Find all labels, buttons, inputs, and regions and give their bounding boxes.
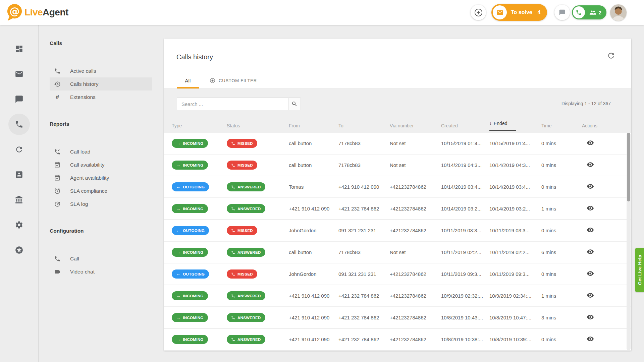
search-input[interactable] — [177, 98, 288, 110]
tab-custom-filter[interactable]: CUSTOM FILTER — [210, 72, 257, 88]
status-cell: ANSWERED — [227, 204, 289, 213]
view-call-button[interactable] — [587, 335, 595, 343]
sidebar-item-active-calls[interactable]: Active calls — [50, 64, 152, 77]
rail-item-star[interactable] — [8, 239, 30, 261]
ended-cell: 10/15/2019 01:4... — [489, 140, 541, 146]
view-call-button[interactable] — [587, 204, 595, 212]
view-call-button[interactable] — [587, 248, 595, 256]
from-cell: +421 910 412 090 — [289, 337, 338, 342]
actions-cell — [582, 313, 631, 322]
status-badge: ANSWERED — [227, 182, 265, 191]
rail-item-mail[interactable] — [8, 63, 30, 85]
tab-label: All — [185, 78, 191, 83]
rail-item-bank[interactable] — [8, 189, 30, 210]
sidebar-item-sla-log[interactable]: SLA log — [50, 197, 152, 210]
rail-item-dashboard[interactable] — [8, 38, 30, 60]
column-label: Ended — [494, 121, 507, 126]
scrollbar-thumb[interactable] — [627, 133, 630, 201]
ended-cell: 10/9/2019 02:34:... — [489, 293, 541, 299]
envelope-icon — [496, 9, 503, 16]
view-call-button[interactable] — [587, 313, 595, 321]
column-header-to[interactable]: To — [338, 123, 390, 128]
type-badge: →INCOMING — [172, 139, 208, 148]
column-header-from[interactable]: From — [289, 123, 338, 128]
sidebar-item-agent-availability[interactable]: Agent availability — [50, 171, 152, 184]
status-badge-label: ANSWERED — [237, 207, 261, 211]
rail-item-settings[interactable] — [8, 214, 30, 236]
table-row: →INCOMINGANSWERED+421 910 412 090+421 23… — [164, 198, 631, 219]
created-cell: 10/8/2019 10:38:... — [441, 337, 489, 342]
view-call-button[interactable] — [587, 291, 595, 299]
user-avatar[interactable] — [610, 4, 627, 21]
status-cell: MISSED — [227, 226, 289, 235]
view-call-button[interactable] — [587, 226, 595, 234]
created-cell: 10/14/2019 04:3... — [441, 162, 489, 168]
phone-icon — [576, 9, 582, 16]
view-call-button[interactable] — [587, 269, 595, 278]
column-header-type[interactable]: Type — [172, 123, 227, 128]
sidebar-item-video-chat[interactable]: Video chat — [50, 265, 152, 278]
sidebar-item-label: Agent availability — [70, 175, 109, 181]
phone-circle — [573, 6, 585, 18]
contacts-icon — [15, 170, 23, 179]
from-cell: call button — [289, 140, 338, 146]
column-header-status[interactable]: Status — [227, 123, 289, 128]
sidebar-gap — [50, 278, 153, 286]
column-header-time[interactable]: Time — [541, 123, 582, 128]
column-header-actions[interactable]: Actions — [582, 123, 631, 128]
status-badge-label: ANSWERED — [237, 185, 261, 189]
actions-cell — [582, 226, 631, 235]
time-cell: 0 mins — [541, 228, 582, 233]
eye-icon — [587, 248, 594, 255]
created-cell: 10/14/2019 03:2... — [441, 206, 489, 212]
topbar-actions: To solve 4 2 — [471, 0, 627, 25]
actions-cell — [582, 269, 631, 279]
to-solve-button[interactable]: To solve 4 — [491, 4, 547, 21]
created-cell: 10/9/2019 02:32:... — [441, 293, 489, 299]
search-button[interactable] — [288, 98, 301, 110]
phone-icon — [231, 207, 235, 211]
sidebar-item-sla-compliance[interactable]: SLA compliance — [50, 184, 152, 197]
status-badge: MISSED — [227, 139, 257, 148]
status-cell: ANSWERED — [227, 313, 289, 322]
sidebar-item-extensions[interactable]: #Extensions — [50, 90, 152, 104]
brand-live: Live — [24, 7, 43, 17]
get-live-help-button[interactable]: Get Live Help — [635, 248, 644, 292]
envelope-circle — [493, 5, 507, 19]
type-cell: ←OUTGOING — [172, 182, 227, 191]
rail-item-chat[interactable] — [8, 88, 30, 110]
sidebar-item-call[interactable]: Call — [50, 252, 152, 265]
tab-all[interactable]: All — [177, 72, 199, 88]
sidebar-item-call-load[interactable]: Call load — [50, 145, 152, 158]
card-header: Calls history AllCUSTOM FILTER — [164, 39, 631, 88]
view-call-button[interactable] — [587, 139, 595, 147]
scrollbar-track[interactable] — [627, 133, 631, 350]
rail-item-phone[interactable] — [8, 114, 30, 135]
to-cell: +421 232 784 862 — [338, 293, 390, 299]
table-row: →INCOMINGANSWERED+421 910 412 090+421 23… — [164, 285, 631, 306]
column-header-created[interactable]: Created — [441, 123, 489, 128]
rail-item-sync[interactable] — [8, 139, 30, 160]
rail-item-contacts[interactable] — [8, 164, 30, 185]
view-call-button[interactable] — [587, 182, 595, 190]
arrow-right-icon: → — [176, 293, 180, 298]
table-row: →INCOMINGMISSEDcall button7178cb83Not se… — [164, 155, 631, 176]
chats-button[interactable] — [554, 5, 570, 20]
sidebar-item-calls-history[interactable]: Calls history — [50, 77, 152, 90]
arrow-right-icon: → — [176, 250, 180, 255]
view-call-button[interactable] — [587, 161, 595, 169]
sidebar-item-label: Call load — [70, 149, 90, 155]
eye-icon — [587, 226, 594, 234]
ended-cell: 10/11/2019 02:2... — [489, 249, 541, 255]
sidebar-item-call-availability[interactable]: Call availability — [50, 158, 152, 171]
refresh-icon[interactable] — [607, 51, 615, 60]
add-button[interactable] — [471, 5, 486, 20]
to-solve-label: To solve — [511, 9, 532, 15]
calls-online-button[interactable]: 2 — [572, 5, 606, 19]
time-cell: 0 mins — [541, 162, 582, 168]
sidebar-item-label: Video chat — [70, 269, 95, 275]
column-header-ended[interactable]: ↓Ended — [489, 121, 541, 131]
phone-icon — [54, 255, 61, 262]
column-header-via-number[interactable]: Via number — [390, 123, 441, 128]
sidebar-item-label: Call — [70, 256, 79, 262]
